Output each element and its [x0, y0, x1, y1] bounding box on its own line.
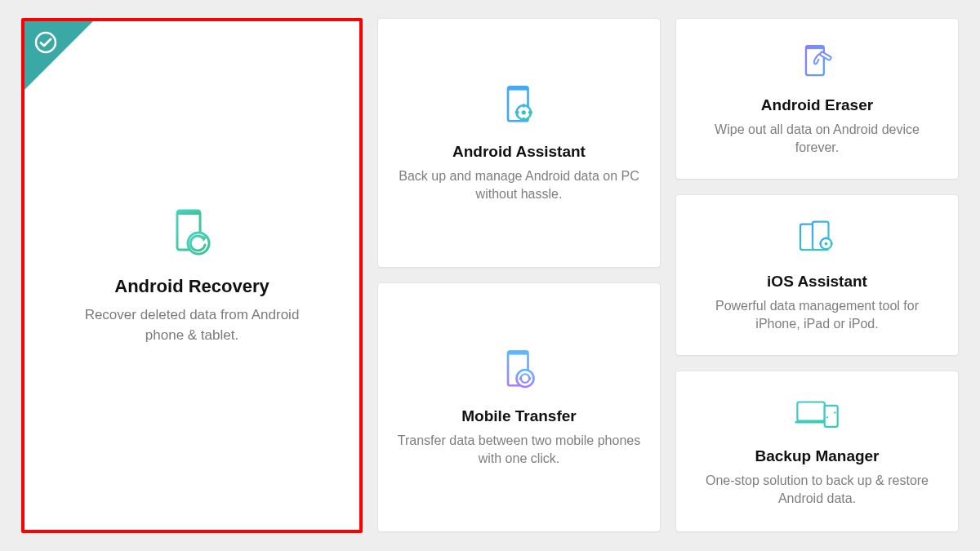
svg-rect-2	[177, 211, 200, 215]
card-desc: Wipe out all data on Android device fore…	[695, 121, 940, 158]
svg-rect-29	[830, 242, 832, 244]
card-title: Android Assistant	[452, 143, 586, 161]
column-b: Android Eraser Wipe out all data on Andr…	[675, 18, 959, 533]
svg-point-7	[521, 110, 525, 114]
svg-rect-28	[819, 242, 822, 244]
card-title: iOS Assistant	[767, 273, 867, 291]
laptop-phone-swap-icon	[794, 395, 841, 436]
svg-rect-26	[825, 237, 826, 239]
card-backup-manager[interactable]: Backup Manager One-stop solution to back…	[675, 371, 959, 532]
card-title: Android Recovery	[114, 276, 270, 297]
phone-gear-icon	[497, 82, 542, 131]
card-desc: Recover deleted data from Android phone …	[82, 305, 302, 345]
card-title: Android Eraser	[761, 96, 873, 114]
svg-point-0	[36, 33, 56, 52]
svg-rect-21	[819, 51, 831, 60]
card-desc: Powerful data management tool for iPhone…	[695, 297, 940, 334]
card-title: Mobile Transfer	[461, 407, 576, 425]
svg-rect-17	[508, 351, 528, 354]
phone-erase-icon	[797, 41, 838, 85]
phones-gear-icon	[795, 217, 840, 261]
column-a: Android Assistant Back up and manage And…	[377, 18, 661, 533]
svg-rect-9	[522, 117, 524, 120]
right-columns: Android Assistant Back up and manage And…	[377, 18, 959, 533]
card-android-eraser[interactable]: Android Eraser Wipe out all data on Andr…	[675, 18, 959, 180]
card-desc: One-stop solution to back up & restore A…	[695, 472, 940, 509]
card-mobile-transfer[interactable]: Mobile Transfer Transfer data between tw…	[377, 282, 661, 532]
phone-restore-icon	[166, 206, 218, 261]
svg-rect-20	[805, 46, 823, 49]
svg-rect-27	[825, 247, 826, 250]
card-desc: Transfer data between two mobile phones …	[397, 432, 642, 469]
svg-rect-30	[797, 402, 824, 420]
svg-rect-8	[522, 104, 524, 107]
svg-rect-32	[824, 405, 837, 426]
svg-point-18	[516, 370, 533, 387]
svg-rect-31	[795, 420, 826, 423]
card-android-assistant[interactable]: Android Assistant Back up and manage And…	[377, 18, 661, 268]
card-title: Backup Manager	[755, 447, 879, 465]
card-ios-assistant[interactable]: iOS Assistant Powerful data management t…	[675, 194, 959, 356]
tool-selector-grid: Android Recovery Recover deleted data fr…	[0, 0, 980, 551]
svg-rect-5	[508, 87, 528, 90]
phone-sync-icon	[497, 347, 542, 396]
card-android-recovery[interactable]: Android Recovery Recover deleted data fr…	[21, 18, 363, 533]
checkmark-icon	[33, 29, 59, 59]
svg-point-25	[824, 242, 827, 245]
card-desc: Back up and manage Android data on PC wi…	[397, 167, 642, 204]
